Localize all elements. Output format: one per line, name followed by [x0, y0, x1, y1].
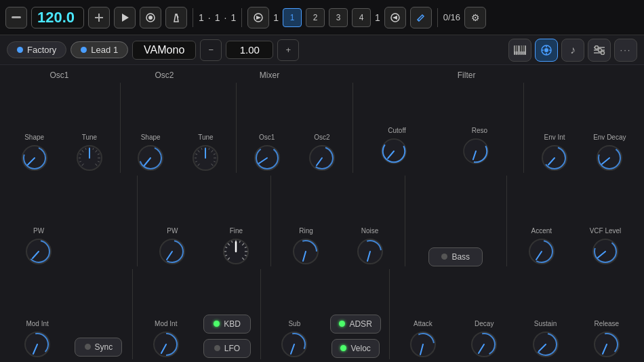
back-arrow-button[interactable] — [384, 7, 406, 28]
sync-dot — [85, 344, 91, 350]
knob-rows: Shape Tune — [7, 83, 637, 359]
osc1-modint-knob[interactable] — [22, 329, 52, 359]
factory-button[interactable]: Factory — [7, 41, 66, 58]
play-button[interactable] — [114, 7, 136, 28]
veloc-label: Veloc — [350, 344, 370, 353]
bass-area: Bass — [408, 247, 504, 266]
filter-cutoff-group: Cutoff — [356, 127, 439, 173]
osc2-fine-label: Fine — [230, 227, 243, 235]
more-icon-btn[interactable]: ··· — [614, 39, 637, 62]
filter-reso-knob[interactable] — [461, 136, 498, 173]
forward-button[interactable] — [247, 7, 269, 28]
filter-sustain-label: Sustain — [534, 320, 557, 327]
filter-attack-label: Attack — [414, 320, 432, 327]
track-4-button[interactable]: 4 — [352, 8, 371, 27]
filter-vcflevel-knob[interactable] — [590, 237, 620, 266]
record-button[interactable] — [140, 7, 161, 28]
lead-preset-button[interactable]: Lead 1 — [71, 41, 128, 58]
track-3-button[interactable]: 3 — [329, 8, 348, 27]
osc2-modint-label: Mod Int — [155, 320, 177, 327]
filter-decay-knob[interactable] — [469, 329, 499, 359]
filter-vcflevel-label: VCF Level — [590, 227, 622, 235]
bass-dot — [441, 254, 447, 260]
adsr-label: ADSR — [349, 319, 371, 329]
svg-point-34 — [595, 45, 599, 49]
settings-button[interactable]: ⚙ — [464, 7, 486, 28]
filter-sustain-group: Sustain — [515, 320, 576, 359]
mix-osc2-knob[interactable] — [307, 143, 337, 173]
osc2-modint-knob[interactable] — [151, 329, 181, 359]
divider3 — [437, 8, 438, 27]
filter-envdecay-group: Env Decay — [582, 134, 637, 173]
mix-noise-group: Noise — [338, 227, 402, 266]
svg-point-26 — [544, 48, 548, 52]
lfo-label: LFO — [224, 344, 240, 353]
osc1-section-header: Osc1 — [7, 71, 112, 80]
filter-accent-knob[interactable] — [527, 237, 557, 266]
veloc-button[interactable]: Veloc — [331, 339, 379, 358]
filter-cutoff-label: Cutoff — [388, 127, 406, 134]
osc1-pw-knob[interactable] — [24, 237, 54, 266]
osc2-tune-knob[interactable] — [190, 143, 220, 173]
track-1-button[interactable]: 1 — [283, 8, 302, 27]
filter-envint-knob[interactable] — [540, 143, 569, 173]
filter-envint-group: Env Int — [527, 134, 582, 173]
osc1-shape-knob[interactable] — [20, 143, 49, 173]
filter-envdecay-label: Env Decay — [593, 134, 626, 141]
metronome-button[interactable] — [165, 7, 187, 28]
kbd-button[interactable]: KBD — [203, 315, 251, 334]
tempo-display[interactable]: 120.0 — [31, 7, 84, 28]
adsr-button[interactable]: ADSR — [330, 315, 380, 334]
divider-osc1-osc2 — [120, 83, 121, 173]
osc2-fine-knob[interactable] — [221, 237, 251, 266]
track-2-button[interactable]: 2 — [306, 8, 325, 27]
filter-accent-group: Accent — [510, 227, 573, 266]
page-indicator: 0/16 — [443, 12, 460, 22]
svg-marker-11 — [393, 16, 397, 20]
seq-numbers: 1 · 1 · 1 — [199, 12, 236, 23]
value-display: 1.00 — [226, 41, 273, 59]
top-bar: 120.0 1 · 1 · 1 1 1 2 3 4 1 — [0, 0, 644, 35]
arp-icon-btn[interactable] — [535, 39, 558, 62]
osc1-shape-label: Shape — [24, 134, 44, 141]
mix-ring-knob[interactable] — [291, 237, 321, 266]
filter-section-header: Filter — [401, 71, 532, 80]
filter-envdecay-knob[interactable] — [595, 143, 624, 173]
filter-reso-group: Reso — [439, 127, 521, 173]
filter-decay-group: Decay — [454, 320, 515, 359]
bass-button[interactable]: Bass — [428, 247, 483, 266]
filter-cutoff-knob[interactable] — [379, 136, 416, 173]
adsr-dot — [339, 321, 345, 327]
mix-noise-knob[interactable] — [355, 237, 385, 266]
mix-osc2-group: Osc2 — [294, 134, 349, 173]
svg-rect-23 — [522, 45, 523, 52]
filter-reso-label: Reso — [472, 127, 487, 134]
lfo-dot — [214, 345, 220, 351]
filter-release-knob[interactable] — [592, 329, 622, 359]
tempo-add-button[interactable] — [88, 7, 110, 28]
divider2-osc1-osc2 — [137, 176, 138, 266]
eq-icon-btn[interactable] — [588, 39, 611, 62]
minimize-button[interactable] — [5, 7, 27, 28]
veloc-dot — [340, 345, 346, 351]
filter-release-group: Release — [576, 320, 637, 359]
divider3-osc2-mixer — [260, 269, 261, 359]
osc2-shape-knob[interactable] — [136, 143, 165, 173]
sync-button[interactable]: Sync — [75, 338, 122, 357]
mix-osc1-knob[interactable] — [252, 143, 282, 173]
divider2-bass-filter — [506, 176, 507, 266]
mix-sub-knob[interactable] — [279, 329, 309, 359]
osc2-pw-knob[interactable] — [157, 237, 187, 266]
plus-button[interactable]: + — [277, 39, 299, 61]
filter-attack-knob[interactable] — [408, 329, 438, 359]
filter-sustain-knob[interactable] — [531, 329, 561, 359]
osc1-tune-knob[interactable] — [75, 143, 104, 173]
minus-button[interactable]: − — [200, 39, 222, 61]
note-icon-btn[interactable]: ♪ — [561, 39, 584, 62]
piano-icon-btn[interactable] — [508, 39, 531, 62]
lfo-button[interactable]: LFO — [203, 339, 251, 358]
inst-name[interactable]: VAMono — [132, 41, 196, 60]
osc2-pw-label: PW — [167, 227, 178, 235]
svg-point-5 — [148, 16, 153, 20]
pencil-button[interactable] — [410, 7, 432, 28]
